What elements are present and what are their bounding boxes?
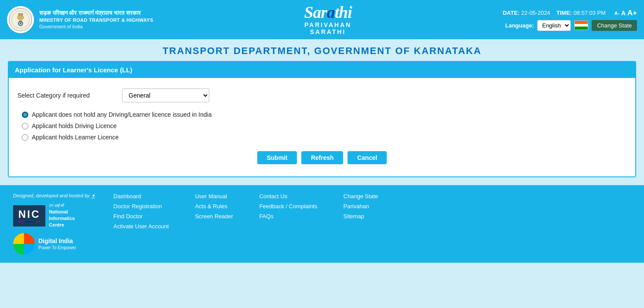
language-row: Language: English Hindi Change State — [505, 20, 637, 31]
header: 🦁🦁 सड़क परिवहन और राजमार्ग मंत्रालय भारत… — [0, 0, 644, 39]
brand-name: Sarathi — [304, 4, 352, 20]
language-select[interactable]: English Hindi — [537, 20, 571, 31]
flag-icon — [574, 20, 588, 30]
digital-india-text: Digital India Power To Empower — [38, 237, 76, 250]
brand-subtitle1: PARIVAHAN — [304, 21, 351, 28]
ministry-text: सड़क परिवहन और राजमार्ग मंत्रालय भारत सर… — [39, 9, 153, 30]
radio-driving-license-label[interactable]: Applicant holds Driving Licence — [32, 122, 117, 129]
footer-col-2: User Manual Acts & Rules Screen Reader — [195, 193, 233, 230]
change-state-button[interactable]: Change State — [592, 20, 637, 31]
footer-col-3: Contact Us Feedback / Complaints FAQs — [259, 193, 317, 230]
font-size-controls: A- A A+ — [614, 9, 637, 17]
cancel-button[interactable]: Cancel — [348, 151, 387, 164]
applicant-type-group: Applicant does not hold any Driving/Lear… — [17, 111, 627, 141]
department-title: TRANSPORT DEPARTMENT, GOVERNMENT OF KARN… — [0, 39, 644, 61]
radio-option-1: Applicant does not hold any Driving/Lear… — [22, 111, 627, 118]
footer: Designed, developed and hosted by ✦ NIC … — [0, 185, 644, 263]
designed-by-text: Designed, developed and hosted by ✦ — [13, 193, 100, 199]
hindi-title: सड़क परिवहन और राजमार्ग मंत्रालय भारत सर… — [39, 9, 153, 17]
radio-learner-license-label[interactable]: Applicant holds Learner Licence — [32, 134, 119, 141]
footer-link-screen-reader[interactable]: Screen Reader — [195, 213, 233, 220]
footer-link-dashboard[interactable]: Dashboard — [113, 193, 169, 200]
digital-india-logo: Digital India Power To Empower — [13, 233, 100, 255]
date-value: 22-05-2024 — [521, 10, 550, 16]
ministry-name: MINISTRY OF ROAD TRANSPORT & HIGHWAYS — [39, 17, 153, 24]
footer-link-user-manual[interactable]: User Manual — [195, 193, 233, 200]
top-right-row: DATE: 22-05-2024 TIME: 08:57:03 PM A- A … — [503, 9, 637, 17]
svg-text:🦁🦁: 🦁🦁 — [18, 13, 24, 16]
footer-link-activate[interactable]: Activate User Account — [113, 223, 169, 230]
category-row: Select Category if required General SC/S… — [17, 88, 627, 102]
digital-india-icon — [13, 233, 35, 255]
footer-logos: Designed, developed and hosted by ✦ NIC … — [13, 193, 100, 255]
radio-driving-license[interactable] — [22, 123, 28, 129]
datetime: DATE: 22-05-2024 TIME: 08:57:03 PM — [503, 10, 606, 16]
radio-option-2: Applicant holds Driving Licence — [22, 122, 627, 129]
radio-option-3: Applicant holds Learner Licence — [22, 134, 627, 141]
emblem-icon: 🦁🦁 — [7, 6, 34, 33]
footer-link-doctor-reg[interactable]: Doctor Registration — [113, 203, 169, 210]
button-row: Submit Refresh Cancel — [17, 151, 627, 164]
nic-link[interactable]: ✦ — [91, 193, 95, 198]
section-header: Application for Learner's Licence (LL) — [9, 62, 635, 78]
language-label: Language: — [505, 22, 534, 29]
header-center: Sarathi PARIVAHAN SARATHI — [304, 4, 352, 35]
footer-links: Dashboard Doctor Registration Find Docto… — [113, 193, 631, 230]
font-size-large[interactable]: A+ — [627, 9, 637, 17]
header-left: 🦁🦁 सड़क परिवहन और राजमार्ग मंत्रालय भारत… — [7, 6, 153, 33]
refresh-button[interactable]: Refresh — [301, 151, 343, 164]
footer-link-faqs[interactable]: FAQs — [259, 213, 317, 220]
nic-logo: NIC एन आई सी National Informatics Centre — [13, 203, 100, 229]
footer-link-contact[interactable]: Contact Us — [259, 193, 317, 200]
nic-box: NIC — [13, 205, 45, 226]
footer-col-1: Dashboard Doctor Registration Find Docto… — [113, 193, 169, 230]
radio-learner-license[interactable] — [22, 134, 28, 141]
sarathi-logo: Sarathi PARIVAHAN SARATHI — [304, 4, 352, 35]
radio-no-license-label[interactable]: Applicant does not hold any Driving/Lear… — [32, 111, 211, 118]
time-label: TIME: — [556, 10, 572, 16]
brand-subtitle2: SARATHI — [310, 28, 346, 35]
footer-col-4: Change State Parivahan Sitemap — [344, 193, 378, 230]
section-body: Select Category if required General SC/S… — [9, 78, 635, 176]
gov-name: Government of India — [39, 24, 153, 30]
time-value: 08:57:03 PM — [573, 10, 606, 16]
category-label: Select Category if required — [17, 92, 113, 99]
nic-fullname: एन आई सी National Informatics Centre — [49, 203, 75, 229]
font-size-small[interactable]: A- — [614, 10, 620, 16]
submit-button[interactable]: Submit — [257, 151, 297, 164]
footer-link-change-state[interactable]: Change State — [344, 193, 378, 200]
footer-link-sitemap[interactable]: Sitemap — [344, 213, 378, 220]
main-section: Application for Learner's Licence (LL) S… — [8, 61, 636, 177]
date-label: DATE: — [503, 10, 520, 16]
header-right: DATE: 22-05-2024 TIME: 08:57:03 PM A- A … — [503, 9, 637, 31]
footer-link-find-doctor[interactable]: Find Doctor — [113, 213, 169, 220]
footer-link-acts-rules[interactable]: Acts & Rules — [195, 203, 233, 210]
footer-link-parivahan[interactable]: Parivahan — [344, 203, 378, 210]
nic-divider — [18, 221, 40, 222]
footer-link-feedback[interactable]: Feedback / Complaints — [259, 203, 317, 210]
category-select[interactable]: General SC/ST OBC — [122, 88, 209, 102]
font-size-normal[interactable]: A — [621, 10, 626, 17]
radio-no-license[interactable] — [22, 112, 28, 118]
